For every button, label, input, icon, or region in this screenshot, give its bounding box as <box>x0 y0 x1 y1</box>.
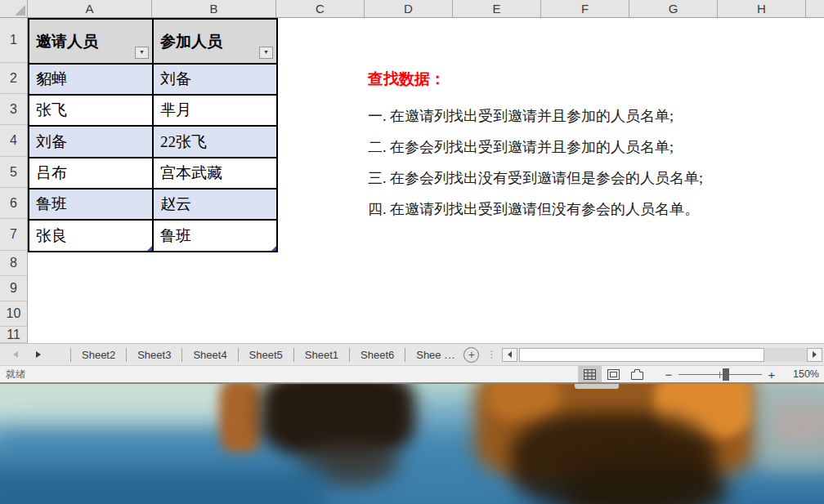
tabs-scroll-right-icon[interactable] <box>36 351 41 358</box>
ready-status: 就绪 <box>6 368 25 381</box>
new-sheet-button[interactable]: + <box>464 347 479 363</box>
zoom-slider-thumb[interactable] <box>723 368 729 381</box>
page-layout-view-button[interactable] <box>602 366 625 383</box>
row-header-6[interactable]: 6 <box>0 188 27 219</box>
scrollbar-right-button[interactable] <box>807 348 822 362</box>
row-header-3[interactable]: 3 <box>0 94 27 125</box>
table-cell[interactable]: 张飞 <box>29 96 154 127</box>
table-cell[interactable]: 鲁班 <box>29 190 154 221</box>
page-break-preview-button[interactable] <box>625 366 649 383</box>
status-bar-right: − + 150% <box>578 366 824 382</box>
plus-icon: + <box>468 349 475 360</box>
select-all-triangle-icon <box>15 5 25 16</box>
column-header-H[interactable]: H <box>718 0 806 17</box>
sheet-tab-sheet4[interactable]: Sheet4 <box>182 344 237 365</box>
chevron-down-icon: ▼ <box>263 50 269 56</box>
column-header-C[interactable]: C <box>276 0 365 17</box>
table-cell[interactable]: 22张飞 <box>154 127 278 158</box>
data-table: 邀请人员▼参加人员▼貂蝉刘备张飞芈月刘备22张飞吕布宫本武藏鲁班赵云张良鲁班 <box>28 18 278 252</box>
zoom-out-button[interactable]: − <box>661 368 677 381</box>
notes-lines: 一. 在邀请列找出受到邀请并且参加的人员名单;二. 在参会列找出受到邀请并且参加… <box>368 100 703 225</box>
table-cell[interactable]: 吕布 <box>29 158 154 190</box>
normal-view-button[interactable] <box>578 366 602 383</box>
chevron-down-icon: ▼ <box>139 50 145 56</box>
sheet-tab-bar: Sheet2Sheet3Sheet4Sheet5Sheet1Sheet6 She… <box>0 343 824 365</box>
scrollbar-left-button[interactable] <box>502 348 517 362</box>
sheet-tab-sheet6[interactable]: Sheet6 <box>350 344 405 365</box>
table-header-cell[interactable]: 参加人员▼ <box>154 20 278 65</box>
scroll-left-icon <box>508 351 512 358</box>
zoom-in-button[interactable]: + <box>764 368 780 381</box>
table-resize-handle[interactable] <box>271 246 276 251</box>
select-all-corner[interactable] <box>0 0 28 17</box>
horizontal-scrollbar <box>502 348 822 362</box>
column-header-D[interactable]: D <box>365 0 453 17</box>
row-header-9[interactable]: 9 <box>0 276 27 301</box>
column-headers: ABCDEFGH <box>0 0 824 18</box>
excel-window: ABCDEFGH 1234567891011 邀请人员▼参加人员▼貂蝉刘备张飞芈… <box>0 0 824 504</box>
sheet-tab-sheet1[interactable]: Sheet1 <box>294 344 349 365</box>
status-bar: 就绪 − <box>0 365 824 382</box>
notes-block: 查找数据： 一. 在邀请列找出受到邀请并且参加的人员名单;二. 在参会列找出受到… <box>368 69 703 225</box>
wallpaper-shape <box>564 462 728 504</box>
table-cell[interactable]: 宫本武藏 <box>154 158 278 190</box>
note-line: 四. 在邀请列找出受到邀请但没有参会的人员名单。 <box>368 194 703 225</box>
note-line: 三. 在参会列找出没有受到邀请但是参会的人员名单; <box>368 163 703 194</box>
page-break-icon <box>631 369 643 380</box>
table-cell[interactable]: 刘备 <box>29 127 154 158</box>
note-line: 一. 在邀请列找出受到邀请并且参加的人员名单; <box>368 100 703 132</box>
tabbar-gripper-icon[interactable]: ⋮ <box>486 349 496 360</box>
table-cell[interactable]: 芈月 <box>154 96 278 127</box>
scroll-right-icon <box>813 351 817 358</box>
row-header-5[interactable]: 5 <box>0 157 27 188</box>
tabs-scroll-left-icon[interactable] <box>13 351 18 358</box>
column-header-A[interactable]: A <box>28 0 152 17</box>
scrollbar-thumb[interactable] <box>519 348 764 362</box>
zoom-slider-track[interactable] <box>678 374 762 375</box>
zoom-level[interactable]: 150% <box>785 368 819 380</box>
filter-dropdown-button[interactable]: ▼ <box>135 47 149 59</box>
row-header-1[interactable]: 1 <box>0 18 27 63</box>
wallpaper-shape <box>219 384 262 453</box>
sheet-tabs: Sheet2Sheet3Sheet4Sheet5Sheet1Sheet6 <box>71 344 405 365</box>
row-header-10[interactable]: 10 <box>0 301 27 327</box>
worksheet-grid[interactable]: 邀请人员▼参加人员▼貂蝉刘备张飞芈月刘备22张飞吕布宫本武藏鲁班赵云张良鲁班 查… <box>28 18 824 343</box>
column-header-stub <box>806 0 824 17</box>
row-headers: 1234567891011 <box>0 18 28 343</box>
zoom-slider-midpoint <box>719 372 720 378</box>
row-header-2[interactable]: 2 <box>0 63 27 94</box>
row-header-8[interactable]: 8 <box>0 251 27 276</box>
sheet-tab-truncated[interactable]: Shee <box>405 344 442 365</box>
column-header-E[interactable]: E <box>453 0 541 17</box>
table-cell[interactable]: 张良 <box>29 221 154 252</box>
grid-view-icon <box>584 369 596 380</box>
sheet-tab-sheet5[interactable]: Sheet5 <box>239 344 293 365</box>
sheet-tab-sheet2[interactable]: Sheet2 <box>71 344 126 365</box>
table-cell[interactable]: 鲁班 <box>154 221 278 252</box>
column-header-F[interactable]: F <box>541 0 629 17</box>
wallpaper-shape <box>486 384 560 421</box>
table-cell[interactable]: 刘备 <box>154 65 278 96</box>
row-header-11[interactable]: 11 <box>0 327 27 343</box>
wallpaper-shape <box>772 404 824 441</box>
sheet-tab-sheet3[interactable]: Sheet3 <box>127 344 181 365</box>
table-cell[interactable]: 貂蝉 <box>29 65 154 96</box>
table-resize-handle[interactable] <box>147 246 152 251</box>
note-line: 二. 在参会列找出受到邀请并且参加的人员名单; <box>368 132 703 163</box>
table-header-cell[interactable]: 邀请人员▼ <box>29 20 154 65</box>
wallpaper-shape <box>0 470 327 504</box>
page-layout-icon <box>607 369 620 380</box>
column-header-B[interactable]: B <box>152 0 276 17</box>
window-edge-notch <box>575 384 619 389</box>
row-header-7[interactable]: 7 <box>0 219 27 251</box>
desktop-wallpaper <box>0 384 824 504</box>
filter-dropdown-button[interactable]: ▼ <box>259 47 273 59</box>
table-cell[interactable]: 赵云 <box>154 190 278 221</box>
scrollbar-track[interactable] <box>764 348 807 362</box>
row-header-4[interactable]: 4 <box>0 125 27 157</box>
notes-title: 查找数据： <box>368 69 703 90</box>
tabs-overflow-ellipsis: ... <box>445 349 456 361</box>
column-header-G[interactable]: G <box>629 0 718 17</box>
zoom-slider[interactable] <box>678 368 762 381</box>
